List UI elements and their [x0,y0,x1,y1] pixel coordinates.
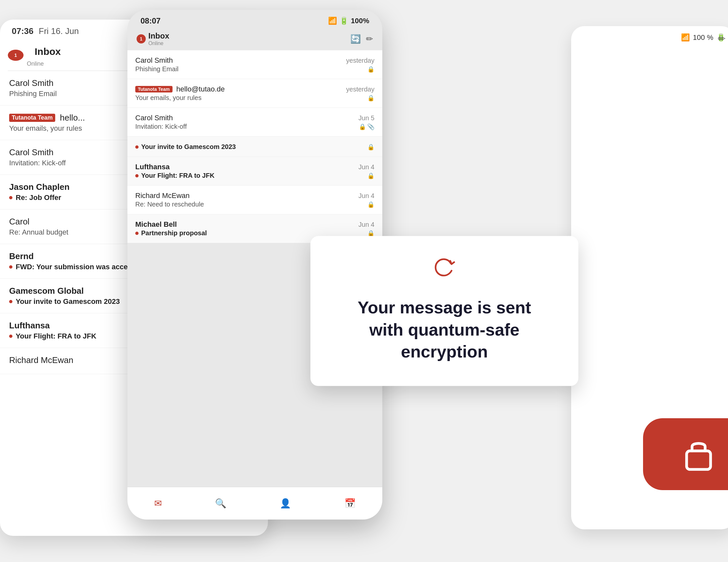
phone-lock-7: 🔒 [367,230,374,237]
tablet-subject-4: Re: Job Offer [16,193,61,202]
phone-date-1: yesterday [346,57,374,64]
phone-subject-6: Re: Need to reschedule [135,201,204,208]
tablet-subject-5: Re: Annual budget [9,228,68,237]
list-item[interactable]: Carol Smith yesterday Phishing Email 🔒 [127,50,382,79]
list-item[interactable]: Your invite to Gamescom 2023 🔒 [127,137,382,157]
phone-subject-7: Partnership proposal [135,229,207,237]
tablet-sender-6: Bernd [9,251,34,261]
phone-date-5: Jun 4 [358,163,374,171]
list-item[interactable]: Tutanota Team hello@tutao.de yesterday Y… [127,79,382,108]
refresh-icon [431,256,457,287]
unread-dot [9,196,12,199]
tablet-subject-6: FWD: Your submission was accepted. [16,263,145,271]
back-lock-svg [682,435,715,474]
tutanota-tag: Tutanota Team [9,114,55,122]
phone-sender-7: Michael Bell [135,220,177,229]
mail-icon: ✉ [154,498,162,509]
back-wifi-icon: 📶 [681,33,690,42]
phone-subject-2: Your emails, your rules [135,94,202,102]
phone-date-3: Jun 5 [358,114,374,122]
phone-battery-icon: 🔋 [339,17,348,25]
contacts-icon: 👤 [280,498,291,509]
tablet-subject-2: Your emails, your rules [9,124,82,133]
tablet-sender-1: Carol Smith [9,78,54,88]
tablet-time: 07:36 [12,26,34,36]
phone-lock-5: 🔒 [367,172,374,179]
tablet-sender-7: Gamescom Global [9,286,84,296]
svg-rect-0 [687,451,710,470]
phone-sender-5: Lufthansa [135,163,170,171]
unread-dot [135,232,139,235]
phone-date-7: Jun 4 [358,221,374,228]
tablet-subject-1: Phishing Email [9,90,57,98]
phone-sender-6: Richard McEwan [135,191,190,200]
phone-nav-mail[interactable]: ✉ [154,498,162,509]
phone-bottom-nav: ✉ 🔍 👤 📅 [127,487,382,520]
phone-battery-label: 100% [351,17,369,25]
phone-sender-2: Tutanota Team hello@tutao.de [135,85,225,93]
phone-sender-3: Carol Smith [135,114,173,122]
phone-header-right: 🔄 ✏ [350,34,373,44]
phone-attachments-3: 🔒 📎 [359,123,374,130]
phone-header: 1 Inbox Online 🔄 ✏ [127,29,382,50]
back-compose-icon[interactable]: ✏ [718,33,725,44]
phone-emoji-icon[interactable]: 🔄 [350,34,361,44]
floating-card-title: Your message is sentwith quantum-safe en… [327,297,562,363]
phone-lock-1: 🔒 [367,66,374,73]
phone-clip-3: 📎 [367,123,374,130]
phone-status-bar: 08:07 📶 🔋 100% [127,10,382,29]
phone-nav-calendar[interactable]: 📅 [344,498,356,509]
unread-dot [9,300,12,303]
phone-inbox-badge: 1 [137,34,146,43]
phone-online-status: Online [148,41,169,46]
phone-subject-3: Invitation: Kick-off [135,123,187,130]
phone-lock-3: 🔒 [359,123,366,130]
phone-email-list: Carol Smith yesterday Phishing Email 🔒 T… [127,50,382,243]
tablet-online-status: Online [27,60,69,67]
unread-dot [9,265,12,269]
phone-date-2: yesterday [346,86,374,93]
back-device: 📶 100 % 🔋 ✏ [571,26,728,529]
phone-email-addr-2: hello@tutao.de [176,85,225,93]
list-item[interactable]: Carol Smith Jun 5 Invitation: Kick-off 🔒… [127,108,382,137]
unread-dot [135,174,139,177]
phone-status-icons: 📶 🔋 100% [328,17,369,25]
calendar-icon: 📅 [344,498,356,509]
back-battery-label: 100 % [693,33,713,42]
tablet-sender-9: Richard McEwan [9,355,74,365]
tablet-inbox-badge: 1 [8,50,24,61]
phone-date-6: Jun 4 [358,192,374,200]
phone-subject-4: Your invite to Gamescom 2023 [135,143,236,151]
phone-lock-2: 🔒 [367,94,374,102]
tablet-sender-5: Carol [9,217,29,227]
phone-time: 08:07 [141,16,160,25]
unread-dot [9,335,12,338]
tablet-sender-3: Carol Smith [9,147,54,157]
tablet-subject-7: Your invite to Gamescom 2023 [16,297,120,306]
floating-card: Your message is sentwith quantum-safe en… [310,236,578,386]
phone-subject-1: Phishing Email [135,65,178,73]
phone-subject-5: Your Flight: FRA to JFK [135,172,214,179]
tablet-date: Fri 16. Jun [39,26,79,36]
phone-nav-search[interactable]: 🔍 [215,498,226,509]
tablet-sender-2: hello... [60,113,85,123]
tablet-subject-8: Your Flight: FRA to JFK [16,332,96,340]
phone-nav-contacts[interactable]: 👤 [280,498,291,509]
search-icon: 🔍 [215,498,226,509]
phone-compose-icon[interactable]: ✏ [366,34,373,44]
unread-dot [135,145,139,149]
phone-inbox-title: Inbox [148,31,169,41]
tablet-subject-3: Invitation: Kick-off [9,159,66,167]
back-device-status-bar: 📶 100 % 🔋 [571,26,728,45]
tablet-sender-8: Lufthansa [9,321,50,331]
phone-sender-1: Carol Smith [135,56,173,65]
list-item[interactable]: Lufthansa Jun 4 Your Flight: FRA to JFK … [127,157,382,186]
phone-wifi-icon: 📶 [328,17,337,25]
phone-lock-6: 🔒 [367,201,374,208]
back-lock-area [643,418,728,490]
tablet-inbox-title: Inbox [27,43,69,60]
tablet-sender-4: Jason Chaplen [9,182,70,192]
phone-lock-4: 🔒 [367,143,374,151]
phone-tutanota-tag: Tutanota Team [135,86,173,92]
list-item[interactable]: Richard McEwan Jun 4 Re: Need to resched… [127,186,382,214]
